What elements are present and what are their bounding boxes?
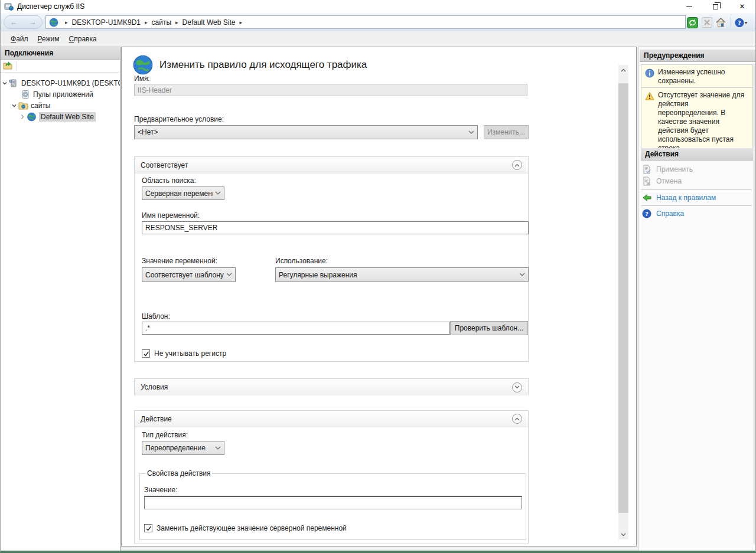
collapse-section-button[interactable]	[512, 160, 522, 170]
crumb-default-web-site[interactable]: Default Web Site	[183, 18, 236, 27]
tree-label-default-web-site[interactable]: Default Web Site	[39, 112, 96, 122]
scrollbar-thumb[interactable]	[618, 83, 628, 513]
toolbar-divider	[17, 61, 17, 71]
action-properties-legend: Свойства действия	[145, 469, 212, 477]
menu-bar: Файл Режим Справка	[1, 31, 755, 47]
restore-button[interactable]	[702, 0, 729, 13]
tree-label-app-pools[interactable]: Пулы приложений	[33, 90, 93, 99]
variable-value-select[interactable]: Соответствует шаблону	[142, 267, 236, 282]
tree-item-app-pools[interactable]: Пулы приложений	[1, 89, 120, 100]
checkbox-checked-icon[interactable]	[142, 349, 150, 358]
using-label: Использование:	[275, 257, 328, 265]
precondition-label: Предварительное условие:	[134, 115, 224, 123]
conditions-section-title: Условия	[141, 383, 512, 391]
title-bar: Диспетчер служб IIS ✕	[1, 0, 755, 13]
page-title: Изменить правило для исходящего трафика	[159, 59, 367, 71]
main-content: Изменить правило для исходящего трафика …	[121, 47, 637, 547]
menu-help[interactable]: Справка	[64, 33, 102, 45]
apply-label: Применить	[656, 165, 693, 174]
create-connection-icon[interactable]	[3, 61, 13, 70]
info-icon	[645, 68, 654, 78]
menu-view[interactable]: Режим	[33, 33, 64, 45]
variable-name-input[interactable]: RESPONSE_SERVER	[142, 221, 529, 234]
warning-icon	[645, 91, 654, 101]
scope-select[interactable]: Серверная переменн	[142, 186, 224, 200]
chevron-down-icon	[215, 446, 221, 450]
action-value-input[interactable]	[144, 496, 522, 509]
variable-name-label: Имя переменной:	[142, 211, 200, 220]
back-to-rules-label[interactable]: Назад к правилам	[656, 194, 716, 202]
scope-label: Область поиска:	[142, 176, 196, 185]
refresh-icon	[687, 17, 698, 28]
match-section-title: Соответствует	[141, 161, 512, 169]
tree-item-default-web-site[interactable]: Default Web Site	[1, 111, 120, 122]
action-properties-group: Свойства действия Значение: Заменить дей…	[139, 469, 526, 540]
svg-text:?: ?	[738, 19, 741, 25]
chevron-down-icon[interactable]	[1, 80, 9, 86]
help-link[interactable]: ? Справка	[642, 208, 684, 219]
replace-checkbox-row[interactable]: Заменить действующее значение серверной …	[144, 524, 347, 532]
chevron-down-icon	[468, 130, 474, 135]
tree-item-sites[interactable]: сайты	[1, 100, 120, 111]
menu-file[interactable]: Файл	[6, 33, 33, 45]
precondition-select[interactable]: <Нет>	[134, 125, 478, 139]
help-dropdown-caret-icon[interactable]: ▾	[745, 20, 747, 25]
help-button[interactable]: ? ▾	[735, 17, 747, 28]
chevron-down-icon	[226, 273, 232, 277]
cancel-action: Отмена	[642, 176, 682, 186]
scope-value: Серверная переменн	[145, 189, 213, 198]
cancel-label: Отмена	[656, 177, 682, 185]
test-pattern-button[interactable]: Проверить шаблон...	[450, 321, 528, 335]
connections-tree: DESKTOP-U1MK9D1 (DESKTOP-U1MK9D1 Пулы пр…	[1, 73, 120, 122]
chevron-right-icon[interactable]	[18, 114, 27, 120]
cancel-icon	[642, 176, 651, 186]
stop-icon	[702, 17, 712, 28]
nav-buttons: ← →	[4, 15, 43, 29]
back-arrow-icon	[642, 193, 651, 202]
iis-manager-window: Диспетчер служб IIS ✕ ← → ▸ DESKTOP-U1MK…	[0, 0, 756, 553]
ignore-case-label: Не учитывать регистр	[154, 349, 226, 358]
edit-precondition-button: Изменить...	[484, 125, 529, 139]
page-globe-icon	[132, 54, 154, 76]
back-nav-icon[interactable]: ←	[10, 18, 18, 26]
chevron-down-icon[interactable]	[10, 103, 18, 109]
close-button[interactable]: ✕	[729, 0, 755, 13]
warning-alert-text: Отсутствует значение для действия переоп…	[658, 91, 749, 153]
ignore-case-checkbox-row[interactable]: Не учитывать регистр	[142, 349, 226, 358]
pattern-input[interactable]: .*	[142, 322, 450, 335]
action-type-select[interactable]: Переопределение	[142, 441, 224, 455]
scroll-down-icon[interactable]	[618, 529, 628, 539]
expand-section-button[interactable]	[512, 382, 522, 392]
home-button[interactable]	[715, 17, 727, 28]
match-section: Соответствует Область поиска: Серверная …	[134, 156, 529, 362]
action-value-label: Значение:	[144, 486, 178, 494]
actions-divider	[641, 189, 752, 190]
panel-scrollbar[interactable]	[753, 64, 755, 545]
apply-icon	[642, 165, 651, 174]
warnings-title: Предупреждения	[644, 51, 705, 60]
using-select[interactable]: Регулярные выражения	[275, 267, 529, 282]
scroll-up-icon[interactable]	[618, 65, 628, 75]
forward-nav-icon[interactable]: →	[29, 18, 37, 26]
crumb-server[interactable]: DESKTOP-U1MK9D1	[72, 18, 141, 27]
vertical-scrollbar[interactable]	[618, 65, 628, 539]
back-to-rules-link[interactable]: Назад к правилам	[642, 192, 716, 203]
app-icon	[4, 2, 14, 11]
info-alert-text: Изменения успешно сохранены.	[658, 68, 749, 86]
crumb-sites[interactable]: сайты	[152, 18, 172, 27]
tree-label-server[interactable]: DESKTOP-U1MK9D1 (DESKTOP-U1MK9D1	[21, 79, 120, 87]
collapse-section-button[interactable]	[512, 414, 522, 424]
tree-label-sites[interactable]: сайты	[31, 102, 51, 110]
connections-title: Подключения	[5, 49, 53, 57]
breadcrumb[interactable]: ▸ DESKTOP-U1MK9D1 ▸ сайты ▸ Default Web …	[45, 15, 686, 29]
help-label[interactable]: Справка	[656, 210, 684, 218]
action-section-title: Действие	[141, 415, 512, 423]
crumb-arrow-icon: ▸	[175, 19, 178, 25]
minimize-button[interactable]	[676, 0, 702, 13]
checkbox-checked-icon[interactable]	[144, 524, 152, 532]
info-alert: Изменения успешно сохранены.	[641, 64, 753, 89]
refresh-button[interactable]	[686, 17, 699, 28]
tree-item-server[interactable]: DESKTOP-U1MK9D1 (DESKTOP-U1MK9D1	[1, 77, 120, 89]
variable-value: Соответствует шаблону	[145, 271, 224, 279]
help-icon: ?	[735, 17, 744, 28]
